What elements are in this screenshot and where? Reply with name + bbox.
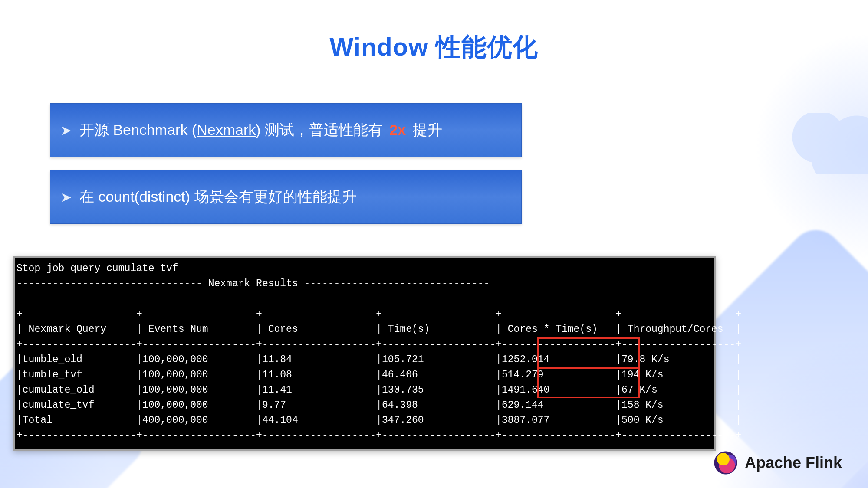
terminal-line: +-------------------+-------------------…: [16, 429, 741, 441]
bullet-1-text: 开源 Benchmark (Nexmark) 测试，普适性能有 2x 提升: [79, 120, 442, 140]
terminal-output: Stop job query cumulate_tvf ------------…: [15, 258, 714, 449]
table-row: |tumble_tvf |100,000,000 |11.08 |46.406 …: [16, 369, 741, 380]
bullet-1-pre: 开源 Benchmark (: [79, 121, 197, 138]
flink-squirrel-icon: [713, 451, 738, 475]
bullet-1: ➤ 开源 Benchmark (Nexmark) 测试，普适性能有 2x 提升: [50, 103, 522, 157]
table-row: |tumble_old |100,000,000 |11.84 |105.721…: [16, 354, 741, 365]
terminal-line: +-------------------+-------------------…: [16, 339, 741, 350]
slide-title: Window 性能优化: [0, 0, 868, 64]
bullet-1-post: 提升: [408, 121, 442, 138]
bullet-2-text: 在 count(distinct) 场景会有更好的性能提升: [79, 187, 357, 207]
bullet-1-mid: ) 测试，普适性能有: [256, 121, 387, 138]
bullet-2: ➤ 在 count(distinct) 场景会有更好的性能提升: [50, 170, 522, 224]
table-row: |cumulate_old |100,000,000 |11.41 |130.7…: [16, 384, 741, 396]
bullet-1-link: Nexmark: [197, 121, 256, 138]
logo-text: Apache Flink: [745, 454, 842, 472]
terminal-header-row: | Nexmark Query | Events Num | Cores | T…: [16, 324, 741, 335]
terminal-line: Stop job query cumulate_tvf: [16, 263, 178, 274]
table-row: |cumulate_tvf |100,000,000 |9.77 |64.398…: [16, 400, 741, 411]
apache-flink-logo: Apache Flink: [713, 451, 842, 475]
bullet-1-highlight: 2x: [389, 121, 406, 138]
cloud-decoration: [790, 113, 868, 174]
terminal-screenshot: Stop job query cumulate_tvf ------------…: [13, 256, 716, 451]
bullet-list: ➤ 开源 Benchmark (Nexmark) 测试，普适性能有 2x 提升 …: [50, 103, 522, 224]
chevron-right-icon: ➤: [61, 123, 72, 138]
terminal-line: +-------------------+-------------------…: [16, 308, 741, 320]
table-row: |Total |400,000,000 |44.104 |347.260 |38…: [16, 415, 741, 426]
chevron-right-icon: ➤: [61, 190, 72, 205]
terminal-line: ------------------------------- Nexmark …: [16, 278, 490, 289]
